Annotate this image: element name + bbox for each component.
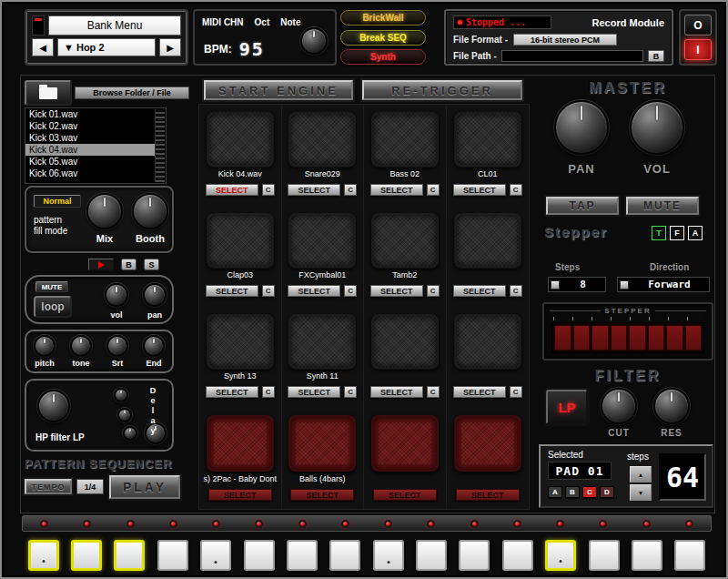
step-pad[interactable] [545, 540, 576, 571]
drum-pad[interactable] [371, 314, 439, 369]
loop-mute-button[interactable]: MUTE [35, 281, 68, 292]
c-button[interactable]: C [344, 386, 357, 398]
c-button[interactable]: C [344, 285, 357, 297]
tempo-button[interactable]: TEMPO [25, 479, 72, 494]
drum-pad[interactable] [454, 415, 521, 472]
steps-display[interactable]: 8 [548, 277, 606, 292]
browse-button[interactable]: B [648, 50, 664, 62]
drum-pad[interactable] [454, 112, 521, 167]
select-button[interactable]: SELECT [453, 285, 506, 297]
drum-pad[interactable] [371, 112, 439, 167]
select-button[interactable]: SELECT [290, 489, 354, 501]
mix-knob[interactable] [86, 193, 123, 229]
drum-pad[interactable] [288, 213, 356, 268]
bpm-knob[interactable] [300, 27, 328, 55]
tap-button[interactable]: TAP [546, 197, 619, 215]
step-pad[interactable] [329, 540, 360, 571]
select-button[interactable]: SELECT [370, 184, 423, 196]
file-format-display[interactable]: 16-bit stereo PCM [513, 34, 617, 46]
stepper-toggle-f[interactable]: F [670, 226, 684, 240]
file-item[interactable]: Kick 04.wav [25, 144, 155, 156]
select-button[interactable]: SELECT [453, 184, 506, 196]
delay-knob-1[interactable] [114, 388, 128, 402]
cutoff-knob[interactable] [601, 388, 637, 424]
mode-button-brickwall[interactable]: BrickWall [340, 10, 426, 25]
steps-mini-button[interactable] [551, 280, 560, 290]
preview-play-button[interactable] [88, 259, 114, 270]
step-pad[interactable] [632, 540, 662, 571]
file-list[interactable]: Kick 01.wavKick 02.wavKick 03.wavKick 04… [25, 107, 167, 184]
mode-button-break-seq[interactable]: Break SEQ [340, 30, 426, 46]
pattern-play-button[interactable]: PLAY [109, 475, 180, 499]
select-button[interactable]: SELECT [453, 386, 506, 398]
steps-up-button[interactable]: ▲ [630, 466, 652, 482]
power-off-button[interactable]: O [684, 15, 712, 36]
step-pad[interactable] [589, 540, 620, 571]
master-pan-knob[interactable] [554, 100, 609, 155]
delay-knob-2[interactable] [117, 408, 132, 422]
step-pad[interactable] [71, 540, 102, 571]
stepper-toggle-t[interactable]: T [652, 226, 666, 240]
pitch-knob[interactable] [34, 335, 56, 357]
pan-knob[interactable] [143, 283, 167, 307]
step-pad[interactable] [157, 540, 188, 571]
open-folder-button[interactable] [25, 80, 72, 106]
c-button[interactable]: C [510, 184, 522, 196]
mode-button-synth[interactable]: Synth [340, 49, 426, 65]
bank-button-d[interactable]: D [600, 486, 614, 498]
c-button[interactable]: C [427, 285, 440, 297]
drum-pad[interactable] [288, 415, 356, 472]
c-button[interactable]: C [510, 285, 522, 297]
drum-pad[interactable] [454, 314, 521, 369]
loop-button[interactable]: loop [34, 296, 72, 318]
stepper-toggle-a[interactable]: A [688, 226, 703, 240]
bank-menu-display[interactable]: Bank Menu [48, 15, 181, 36]
select-button[interactable]: SELECT [206, 285, 258, 297]
c-button[interactable]: C [427, 386, 440, 398]
direction-mini-button[interactable] [620, 280, 629, 290]
bank-button-b[interactable]: B [565, 486, 580, 498]
drum-pad[interactable] [371, 213, 439, 268]
preset-dropdown[interactable]: ▼ Hop 2 [57, 38, 156, 56]
srt-knob[interactable] [106, 335, 128, 357]
booth-knob[interactable] [132, 193, 168, 229]
c-button[interactable]: C [262, 184, 275, 196]
re-trigger-button[interactable]: RE-TRIGGER [362, 80, 522, 100]
select-button[interactable]: SELECT [288, 184, 340, 196]
direction-display[interactable]: Forward [617, 277, 710, 292]
step-pad[interactable] [373, 540, 404, 571]
step-pad[interactable] [200, 540, 231, 571]
file-item[interactable]: Kick 05.wav [25, 156, 155, 168]
s-button[interactable]: S [144, 259, 159, 270]
select-button[interactable]: SELECT [288, 386, 340, 398]
drum-pad[interactable] [371, 415, 439, 472]
master-mute-button[interactable]: MUTE [626, 197, 699, 215]
step-pad[interactable] [416, 540, 447, 571]
select-button[interactable]: SELECT [206, 184, 258, 196]
vol-knob[interactable] [105, 283, 128, 307]
select-button[interactable]: SELECT [456, 489, 520, 501]
steps-down-button[interactable]: ▼ [630, 484, 652, 501]
bank-next-button[interactable]: ▶ [159, 38, 181, 56]
step-pad[interactable] [114, 540, 145, 571]
select-button[interactable]: SELECT [370, 285, 423, 297]
normal-mode-button[interactable]: Normal [34, 195, 81, 208]
step-pad[interactable] [674, 540, 705, 571]
file-item[interactable]: Kick 02.wav [25, 120, 155, 132]
lp-filter-button[interactable]: LP [546, 390, 588, 424]
select-button[interactable]: SELECT [206, 386, 258, 398]
file-item[interactable]: Kick 03.wav [25, 132, 155, 144]
master-vol-knob[interactable] [630, 100, 684, 155]
bank-prev-button[interactable]: ◀ [32, 38, 54, 56]
file-item[interactable]: Kick 06.wav [25, 168, 155, 179]
bank-button-c[interactable]: C [582, 486, 597, 498]
tone-knob[interactable] [70, 335, 92, 357]
step-pad[interactable] [244, 540, 275, 571]
end-knob[interactable] [143, 335, 165, 357]
delay-knob-3[interactable] [123, 426, 137, 441]
c-button[interactable]: C [262, 285, 275, 297]
c-button[interactable]: C [510, 386, 522, 398]
c-button[interactable]: C [427, 184, 440, 196]
power-on-button[interactable]: I [684, 39, 712, 60]
step-pad[interactable] [287, 540, 318, 571]
